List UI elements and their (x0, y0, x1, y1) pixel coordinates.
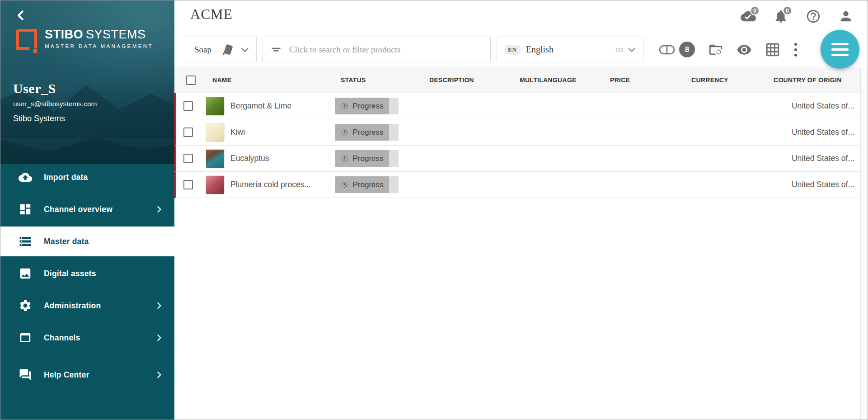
table-body: Bergamot & Lime Progress United States o… (174, 93, 860, 198)
sidebar-item-label: Digital assets (44, 269, 96, 278)
pill-toggle-icon (659, 45, 675, 55)
cloud-sync-button[interactable]: 0 (741, 9, 756, 24)
column-header-country[interactable]: COUNTRY OF ORIGIN (768, 76, 860, 84)
sidebar-item-digital-assets[interactable]: Digital assets (0, 260, 174, 287)
storage-icon (19, 235, 32, 248)
select-all-checkbox[interactable] (186, 76, 196, 85)
chevron-left-icon (14, 9, 28, 22)
notifications-count-badge: 0 (783, 6, 792, 15)
clock-icon (341, 181, 348, 189)
soap-icon (221, 43, 234, 57)
sidebar-item-label: Master data (44, 237, 89, 246)
app-window: STIBOSYSTEMS MASTER DATA MANAGEMENT User… (0, 0, 868, 420)
logo-brand-bold: STIBO (45, 28, 83, 41)
column-header-multilanguage[interactable]: MULTILANGUAGE (514, 76, 604, 84)
sidebar-hero-photo: STIBOSYSTEMS MASTER DATA MANAGEMENT User… (0, 0, 174, 164)
sidebar-item-label: Help Center (44, 370, 89, 380)
status-label: Progress (352, 102, 383, 111)
sidebar-item-channel-overview[interactable]: Channel overview (0, 196, 174, 222)
product-name: Bergamot & Lime (230, 101, 291, 111)
country-cell: United States of... (768, 180, 860, 189)
user-organization: Stibo Systems (13, 114, 65, 123)
sidebar-collapse-button[interactable] (14, 9, 28, 22)
clock-icon (341, 128, 348, 136)
more-options-button[interactable] (793, 42, 798, 57)
logo-text: STIBOSYSTEMS MASTER DATA MANAGEMENT (45, 28, 153, 49)
gear-icon (19, 299, 32, 312)
cloud-upload-icon (19, 170, 32, 184)
sidebar-item-master-data[interactable]: Master data (0, 227, 174, 256)
country-cell: United States of... (768, 101, 860, 111)
sync-count-badge: 0 (750, 6, 760, 15)
sidebar-item-label: Channel overview (44, 205, 113, 214)
toolbar-icon-cluster: 8 (659, 42, 798, 57)
basket-toggle-button[interactable]: 8 (659, 42, 695, 57)
clock-icon (341, 155, 348, 162)
column-header-status[interactable]: STATUS (329, 76, 423, 84)
search-box (263, 37, 491, 62)
category-select[interactable]: Soap (185, 37, 257, 62)
row-checkbox[interactable] (183, 180, 193, 189)
table-row[interactable]: Eucalyptus Progress United States of... (174, 146, 860, 172)
help-icon (806, 9, 821, 24)
product-name: Plumeria cold proces... (230, 180, 311, 189)
main-content: ACME 0 0 Soap (174, 0, 868, 420)
sidebar-item-administration[interactable]: Administration (0, 293, 174, 319)
chevron-down-icon (240, 45, 250, 55)
product-thumbnail (206, 97, 225, 116)
filter-icon (270, 44, 282, 56)
chevron-down-icon (627, 45, 637, 55)
preview-button[interactable] (737, 42, 752, 57)
table-row[interactable]: Kiwi Progress United States of... (174, 119, 860, 146)
logo-tagline: MASTER DATA MANAGEMENT (45, 43, 153, 49)
sidebar-item-import-data[interactable]: Import data (0, 164, 174, 190)
sidebar-nav: Import data Channel overview Master data (0, 164, 174, 394)
column-header-description[interactable]: DESCRIPTION (423, 76, 514, 84)
language-code-badge: EN (504, 45, 521, 55)
search-input[interactable] (289, 45, 483, 55)
chevron-right-icon (155, 205, 164, 214)
sidebar-item-help-center[interactable]: Help Center (0, 362, 174, 388)
language-code: en (615, 45, 623, 54)
status-label: Progress (352, 180, 383, 189)
sidebar-item-label: Administration (44, 301, 101, 311)
dashboard-icon (19, 203, 32, 216)
table-row[interactable]: Plumeria cold proces... Progress United … (174, 172, 860, 198)
basket-count-badge: 8 (679, 42, 695, 57)
toolbar: Soap EN English en (185, 37, 868, 62)
language-name: English (526, 44, 615, 55)
table-row[interactable]: Bergamot & Lime Progress United States o… (174, 93, 860, 119)
image-icon (19, 267, 32, 280)
status-badge: Progress (335, 150, 399, 167)
column-header-name[interactable]: NAME (200, 76, 329, 84)
forum-icon (19, 368, 32, 382)
vertical-scrollbar[interactable] (860, 67, 868, 420)
sidebar-item-channels[interactable]: Channels (0, 325, 174, 351)
notifications-button[interactable]: 0 (773, 9, 788, 24)
column-header-currency[interactable]: CURRENCY (685, 76, 768, 84)
sidebar: STIBOSYSTEMS MASTER DATA MANAGEMENT User… (0, 0, 174, 420)
column-header-price[interactable]: PRICE (604, 76, 685, 84)
status-badge: Progress (335, 98, 399, 114)
grid-icon (765, 42, 780, 57)
chevron-right-icon (155, 301, 164, 310)
row-checkbox[interactable] (183, 101, 193, 111)
hamburger-icon (831, 43, 849, 45)
main-menu-fab[interactable] (821, 30, 859, 69)
help-button[interactable] (806, 9, 821, 24)
row-checkbox[interactable] (183, 154, 193, 163)
user-profile-button[interactable] (838, 9, 854, 24)
row-checkbox[interactable] (183, 127, 193, 137)
header-icon-cluster: 0 0 (741, 9, 854, 24)
table-header: NAME STATUS DESCRIPTION MULTILANGUAGE PR… (174, 67, 860, 93)
country-cell: United States of... (768, 154, 860, 163)
stibo-logo: STIBOSYSTEMS MASTER DATA MANAGEMENT (16, 28, 153, 53)
table-view-button[interactable] (765, 42, 780, 57)
chevron-right-icon (155, 370, 164, 379)
user-name: User_S (13, 81, 56, 96)
status-label: Progress (352, 154, 383, 163)
clock-icon (341, 102, 348, 110)
language-select[interactable]: EN English en (497, 37, 643, 62)
stibo-logo-mark (16, 28, 38, 53)
folder-sync-button[interactable] (708, 42, 723, 57)
